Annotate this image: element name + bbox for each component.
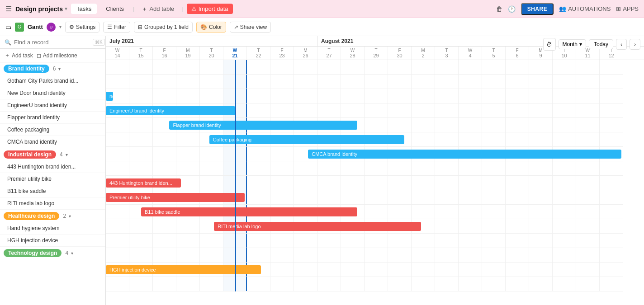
app-title-text: Design projects [15, 5, 63, 13]
menu-icon[interactable]: ☰ [5, 5, 12, 13]
gantt-bar[interactable]: HGH injection device [106, 265, 261, 274]
settings-icon: ⚙ [69, 24, 74, 30]
day-header-cell: F30 [388, 47, 412, 60]
gantt-row [106, 60, 623, 75]
apps-button[interactable]: ⊞ APPS [616, 5, 639, 12]
day-header-cell: M2 [412, 47, 435, 60]
day-header-cell: F6 [506, 47, 529, 60]
gantt-bar[interactable]: Premier utility bike [106, 193, 245, 202]
gantt-bar[interactable]: EngineerU brand identity [106, 106, 235, 115]
search-input[interactable] [14, 39, 90, 46]
day-header-cell: W28 [341, 47, 365, 60]
gantt-row [106, 234, 623, 248]
list-item[interactable]: CMCA brand identity [0, 136, 105, 148]
list-item[interactable]: Coffee packaging [0, 124, 105, 136]
plus-icon: ＋ [142, 5, 147, 13]
day-header-cell: F23 [270, 47, 294, 60]
add-milestone-button[interactable]: ◻ Add milestone [37, 52, 77, 59]
day-header-cell: T22 [247, 47, 270, 60]
month-header-cell: July 2021 [106, 36, 317, 46]
technology-design-tag: Technology design [4, 249, 62, 257]
gantt-bar[interactable]: B11 bike saddle [141, 207, 357, 216]
healthcare-design-count: 2 [63, 213, 66, 219]
list-item[interactable]: Flapper brand identity [0, 112, 105, 124]
gantt-row [106, 176, 623, 190]
gantt-view-icon: G [15, 23, 24, 32]
day-header-cell: W4 [459, 47, 482, 60]
gantt-bar[interactable]: CMCA brand identity [308, 150, 621, 159]
automations-button[interactable]: 👥 AUTOMATIONS [559, 5, 611, 12]
technology-design-chevron-icon: ▾ [71, 251, 73, 256]
share-button[interactable]: SHARE [521, 3, 554, 15]
brand-identity-tag: Brand identity [4, 65, 49, 73]
sidebar: 🔍 ⌘K ＋ Add task ◻ Add milestone Brand id… [0, 36, 106, 305]
gantt-header: ⏱ Month ▾ Today ‹ › July 2021August 2021… [106, 36, 644, 60]
gantt-bar[interactable]: Coffee packaging [209, 135, 405, 144]
group-technology-design[interactable]: Technology design 4 ▾ [0, 247, 105, 259]
day-header-cell: M19 [176, 47, 200, 60]
group-industrial-design[interactable]: Industrial design 4 ▾ [0, 148, 105, 161]
clients-tab[interactable]: Clients [100, 4, 129, 14]
healthcare-design-tag: Healthcare design [4, 212, 59, 220]
technology-design-count: 4 [65, 250, 68, 256]
add-table-label: Add table [149, 5, 174, 12]
sidebar-toggle-icon[interactable]: ▭ [5, 23, 11, 31]
gantt-bar[interactable]: RITI media lab logo [214, 222, 421, 231]
day-header-cell: W14 [106, 47, 129, 60]
main-container: 🔍 ⌘K ＋ Add task ◻ Add milestone Brand id… [0, 36, 644, 305]
gantt-row [106, 89, 623, 103]
day-header-cell: M26 [294, 47, 317, 60]
app-title-chevron-icon[interactable]: ▾ [65, 6, 67, 12]
list-item[interactable]: HGH injection device [0, 235, 105, 247]
gantt-bar[interactable]: Flapper brand identity [169, 121, 357, 130]
action-row: ＋ Add task ◻ Add milestone [0, 49, 105, 62]
gantt-row [106, 248, 623, 263]
month-controls: ⏱ Month ▾ Today ‹ › [543, 38, 640, 51]
add-task-button[interactable]: ＋ Add task [5, 52, 33, 59]
clock-icon-button[interactable]: ⏱ [543, 38, 556, 51]
list-item[interactable]: Gotham City Parks brand id... [0, 75, 105, 87]
month-selector[interactable]: Month ▾ [559, 39, 586, 49]
trash-icon[interactable]: 🗑 [496, 5, 502, 13]
gantt-chart[interactable]: ⏱ Month ▾ Today ‹ › July 2021August 2021… [106, 36, 644, 305]
settings-button[interactable]: ⚙ Settings [65, 22, 99, 33]
next-arrow-button[interactable]: › [630, 39, 640, 50]
milestone-icon: ◻ [37, 52, 41, 59]
list-item[interactable]: Premier utility bike [0, 173, 105, 185]
list-item[interactable]: RITI media lab logo [0, 197, 105, 210]
list-item[interactable]: Hand hygiene system [0, 222, 105, 235]
color-button[interactable]: 🎨 Color [196, 22, 226, 33]
grouped-by-button[interactable]: ⊟ Grouped by 1 field [134, 22, 193, 33]
filter-button[interactable]: ☰ Filter [103, 22, 130, 33]
keyboard-shortcut-hint: ⌘K [93, 39, 105, 46]
today-button[interactable]: Today [589, 39, 613, 49]
gantt-bar[interactable]: nd identity [106, 92, 113, 101]
import-data-button[interactable]: ⚠ Import data [187, 4, 233, 14]
group-brand-identity[interactable]: Brand identity 6 ▾ [0, 62, 105, 75]
list-item[interactable]: 443 Huntington brand iden... [0, 161, 105, 173]
share-view-icon: ↗ [234, 24, 238, 30]
list-item[interactable]: EngineerU brand identity [0, 99, 105, 112]
prev-arrow-button[interactable]: ‹ [616, 39, 627, 50]
group-icon: ⊟ [138, 24, 142, 30]
add-table-button[interactable]: ＋ Add table [138, 3, 178, 15]
list-item[interactable]: B11 bike saddle [0, 185, 105, 197]
group-healthcare-design[interactable]: Healthcare design 2 ▾ [0, 210, 105, 222]
history-icon[interactable]: 🕐 [508, 5, 516, 13]
share-view-button[interactable]: ↗ Share view [230, 22, 271, 33]
filter-icon: ☰ [107, 24, 112, 30]
tasks-tab[interactable]: Tasks [71, 4, 97, 14]
list-item[interactable]: New Door brand identity [0, 87, 105, 99]
user-chevron-icon[interactable]: ▾ [59, 24, 62, 29]
industrial-design-tag: Industrial design [4, 150, 56, 159]
top-navigation: ☰ Design projects ▾ Tasks Clients | ＋ Ad… [0, 0, 644, 18]
gantt-bar[interactable]: 443 Huntington brand iden... [106, 178, 181, 188]
apps-grid-icon: ⊞ [616, 5, 621, 12]
month-label: Month [563, 41, 578, 47]
healthcare-design-chevron-icon: ▾ [69, 214, 71, 219]
industrial-design-chevron-icon: ▾ [66, 152, 68, 157]
toolbar-left: ▭ G Gantt U ▾ [5, 23, 62, 32]
app-title: Design projects ▾ [15, 5, 67, 13]
color-icon: 🎨 [200, 24, 207, 30]
day-header-cell: T27 [317, 47, 341, 60]
